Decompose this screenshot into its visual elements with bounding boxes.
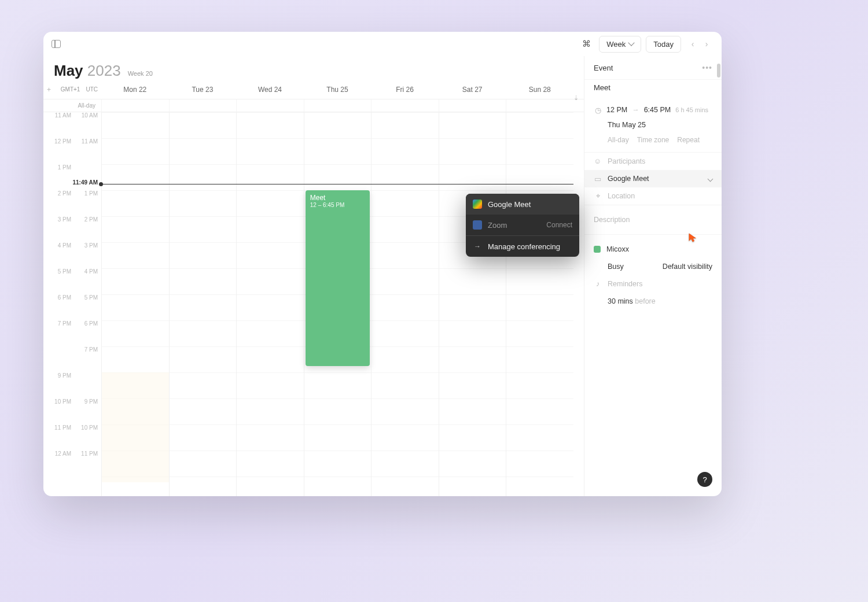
visibility[interactable]: Default visibility	[663, 263, 712, 271]
more-menu-button[interactable]: •••	[702, 63, 712, 72]
time-row: 9 PM	[43, 372, 101, 398]
popup-option-google-meet[interactable]: Google Meet	[466, 194, 579, 215]
event-inspector: Event ••• Meet ◷ 12 PM → 6:45 PM 6 h 45 …	[584, 56, 722, 496]
time-row: 3 PM2 PM	[43, 216, 101, 242]
chevron-down-icon	[708, 176, 713, 182]
location-icon: ⌖	[594, 192, 602, 200]
current-time-line	[101, 184, 573, 184]
time-row: 4 PM3 PM	[43, 242, 101, 268]
day-header[interactable]: Sun 28	[506, 86, 573, 94]
conferencing-popup: Google Meet Zoom Connect → Manage confer…	[466, 194, 579, 257]
time-row: 10 PM9 PM	[43, 398, 101, 424]
allday-cell[interactable]	[101, 99, 169, 112]
event-block[interactable]: Meet 12 – 6:45 PM	[306, 190, 370, 366]
day-column[interactable]	[439, 112, 506, 496]
allday-cell[interactable]	[371, 99, 439, 112]
command-icon[interactable]: ⌘	[582, 39, 591, 49]
time-row: 2 PM1 PM	[43, 190, 101, 216]
day-header[interactable]: Tue 23	[169, 86, 237, 94]
video-icon: ▭	[594, 175, 602, 183]
add-timezone-button[interactable]: +	[47, 86, 51, 94]
time-row: 11 AM10 AM	[43, 112, 101, 138]
toolbar: ⌘ Week Today ‹ ›	[43, 32, 722, 56]
allday-cell[interactable]	[506, 99, 573, 112]
timezone-option[interactable]: Time zone	[637, 136, 670, 144]
availability[interactable]: Busy	[608, 263, 624, 271]
google-meet-icon	[473, 200, 482, 209]
time-row: 7 PM	[43, 346, 101, 372]
time-gutter: 11 AM10 AM12 PM11 AM1 PM2 PM1 PM3 PM2 PM…	[43, 112, 101, 496]
week-number: Week 20	[128, 70, 153, 77]
time-row: 12 AM11 PM	[43, 450, 101, 477]
end-time[interactable]: 6:45 PM	[644, 106, 671, 114]
day-header[interactable]: Thu 25	[304, 86, 372, 94]
off-hours	[102, 372, 169, 482]
day-column[interactable]	[236, 112, 304, 496]
time-row: 6 PM5 PM	[43, 294, 101, 320]
help-button[interactable]: ?	[697, 472, 712, 487]
connect-label[interactable]: Connect	[546, 221, 572, 229]
day-header[interactable]: Wed 24	[236, 86, 304, 94]
start-time[interactable]: 12 PM	[606, 106, 627, 114]
allday-cell[interactable]	[439, 99, 506, 112]
clock-icon: ◷	[594, 106, 602, 114]
prev-week-button[interactable]: ‹	[686, 37, 700, 51]
arrow-right-icon: →	[632, 106, 639, 114]
sidebar-toggle-icon[interactable]	[52, 40, 61, 48]
time-row: 5 PM4 PM	[43, 268, 101, 294]
current-time-label: 11:49 AM	[71, 179, 99, 186]
event-title: Meet	[310, 194, 366, 202]
time-row: 1 PM	[43, 164, 101, 190]
day-column[interactable]	[169, 112, 237, 496]
event-name[interactable]: Meet	[584, 80, 722, 95]
reminders-row[interactable]: ♪ Reminders	[584, 275, 722, 293]
day-header[interactable]: Mon 22	[101, 86, 169, 94]
day-header[interactable]: Fri 26	[371, 86, 439, 94]
view-selector[interactable]: Week	[599, 36, 641, 53]
zoom-icon	[473, 220, 482, 230]
allday-toggle[interactable]: All-day	[608, 136, 629, 144]
timezone-right: UTC	[86, 86, 98, 93]
view-label: Week	[606, 40, 626, 49]
popup-option-zoom[interactable]: Zoom Connect	[466, 215, 579, 235]
time-row: 7 PM6 PM	[43, 320, 101, 346]
month-title: May 2023	[54, 62, 121, 80]
day-column[interactable]: Meet 12 – 6:45 PM	[304, 112, 372, 496]
day-column[interactable]	[371, 112, 439, 496]
chevron-down-icon	[628, 39, 635, 46]
calendar-grid: May 2023 Week 20 + GMT+1 UTC Mon 22 Tue …	[43, 56, 584, 496]
time-row: 12 PM11 AM	[43, 138, 101, 164]
participants-row[interactable]: ☺ Participants	[584, 153, 722, 170]
event-date[interactable]: Thu May 25	[584, 119, 722, 134]
allday-cell[interactable]	[169, 99, 237, 112]
person-icon: ☺	[594, 157, 602, 165]
popup-manage-conferencing[interactable]: → Manage conferencing	[466, 236, 579, 257]
day-column[interactable]	[506, 112, 573, 496]
event-time: 12 – 6:45 PM	[310, 202, 366, 208]
calendar-row[interactable]: Micoxx	[584, 241, 722, 258]
bell-icon: ♪	[594, 280, 602, 288]
repeat-option[interactable]: Repeat	[677, 136, 700, 144]
timezone-left: GMT+1	[61, 86, 80, 93]
allday-cell[interactable]	[236, 99, 304, 112]
arrow-right-icon: →	[473, 242, 482, 251]
calendar-window: ⌘ Week Today ‹ › May 2023 Week 20 +	[43, 32, 722, 496]
allday-label: All-day	[43, 99, 101, 112]
allday-cell[interactable]	[304, 99, 372, 112]
next-week-button[interactable]: ›	[700, 37, 713, 51]
today-button[interactable]: Today	[646, 36, 681, 53]
time-row: 11 PM10 PM	[43, 424, 101, 450]
location-row[interactable]: ⌖ Location	[584, 187, 722, 205]
day-column[interactable]	[101, 112, 169, 496]
duration: 6 h 45 mins	[675, 106, 708, 113]
inspector-title: Event	[594, 64, 613, 72]
description-row[interactable]: Description	[584, 211, 722, 228]
reminder-value[interactable]: 30 mins before	[584, 293, 722, 310]
day-header[interactable]: Sat 27	[439, 86, 506, 94]
calendar-color-dot	[594, 246, 601, 253]
conferencing-row[interactable]: ▭ Google Meet	[584, 170, 722, 187]
